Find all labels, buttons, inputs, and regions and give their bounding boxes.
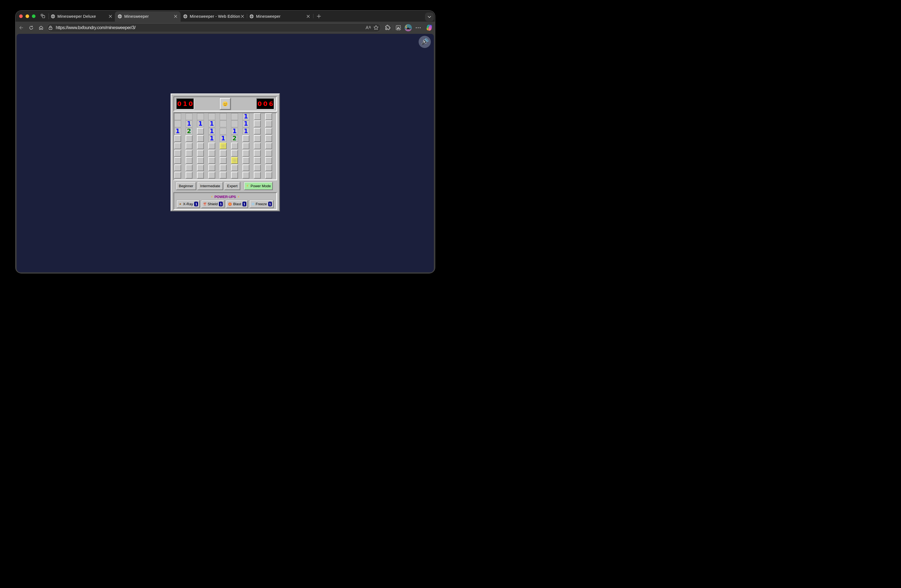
- board-cell-r2c7[interactable]: [254, 128, 261, 135]
- board-cell-r5c3[interactable]: [208, 150, 215, 157]
- board-cell-r3c0[interactable]: [174, 135, 181, 142]
- tab-stacks-icon[interactable]: [41, 14, 45, 19]
- board-cell-r1c5[interactable]: [231, 120, 238, 127]
- home-button[interactable]: [39, 25, 44, 30]
- board-cell-r4c0[interactable]: [174, 143, 181, 150]
- board-cell-r0c7[interactable]: [254, 113, 261, 120]
- board-cell-r1c4[interactable]: [220, 120, 227, 127]
- board-cell-r0c3[interactable]: [208, 113, 215, 120]
- board-cell-r8c2[interactable]: [197, 172, 204, 179]
- board-cell-r7c3[interactable]: [208, 164, 215, 172]
- board-cell-r4c7[interactable]: [254, 143, 261, 150]
- board-cell-r2c8[interactable]: [265, 128, 273, 135]
- board-cell-r2c4[interactable]: [220, 128, 227, 135]
- power-mode-button[interactable]: ⚡ Power Mode: [244, 182, 273, 190]
- board-cell-r1c2[interactable]: 1: [197, 120, 204, 127]
- board-cell-r3c3[interactable]: 1: [208, 135, 215, 142]
- read-aloud-icon[interactable]: [365, 24, 371, 31]
- board-cell-r7c4[interactable]: [220, 164, 227, 172]
- intermediate-button[interactable]: Intermediate: [198, 182, 223, 190]
- board-cell-r8c1[interactable]: [186, 172, 193, 179]
- board-cell-r7c5[interactable]: [231, 164, 238, 172]
- tab-minesweeper-deluxe[interactable]: Minesweeper Deluxe: [49, 11, 114, 22]
- board-cell-r8c6[interactable]: [242, 172, 249, 179]
- board-cell-r4c4[interactable]: [220, 143, 227, 150]
- back-button[interactable]: [19, 25, 23, 30]
- board-cell-r4c8[interactable]: [265, 143, 273, 150]
- board-cell-r4c6[interactable]: [242, 143, 249, 150]
- board-cell-r2c0[interactable]: 1: [174, 128, 181, 135]
- expert-button[interactable]: Expert: [224, 182, 240, 190]
- board-cell-r5c2[interactable]: [197, 150, 204, 157]
- board-cell-r3c6[interactable]: [242, 135, 249, 142]
- board-cell-r7c8[interactable]: [265, 164, 273, 172]
- tab-minesweeper-active[interactable]: Minesweeper: [115, 11, 181, 22]
- board-cell-r1c1[interactable]: 1: [186, 120, 193, 127]
- traffic-light-close[interactable]: [19, 14, 23, 18]
- board-cell-r5c4[interactable]: [220, 150, 227, 157]
- board-cell-r7c6[interactable]: [242, 164, 249, 172]
- board-cell-r4c2[interactable]: [197, 143, 204, 150]
- blast-button[interactable]: Blast 1: [226, 200, 248, 208]
- board-cell-r6c8[interactable]: [265, 157, 273, 164]
- profile-avatar[interactable]: [404, 24, 412, 31]
- board-cell-r4c3[interactable]: [208, 143, 215, 150]
- board-cell-r8c3[interactable]: [208, 172, 215, 179]
- board-cell-r6c1[interactable]: [186, 157, 193, 164]
- board-cell-r7c2[interactable]: [197, 164, 204, 172]
- board-cell-r8c8[interactable]: [265, 172, 273, 179]
- board-cell-r1c8[interactable]: [265, 120, 273, 127]
- board-cell-r0c6[interactable]: 1: [242, 113, 249, 120]
- freeze-button[interactable]: ❄ Freeze 1: [249, 200, 274, 208]
- board-cell-r6c6[interactable]: [242, 157, 249, 164]
- board-cell-r3c7[interactable]: [254, 135, 261, 142]
- board-cell-r2c6[interactable]: 1: [242, 128, 249, 135]
- board-cell-r5c5[interactable]: [231, 150, 238, 157]
- refresh-button[interactable]: [29, 25, 34, 30]
- beginner-button[interactable]: Beginner: [176, 182, 196, 190]
- board-cell-r5c6[interactable]: [242, 150, 249, 157]
- board-cell-r6c4[interactable]: [220, 157, 227, 164]
- board-cell-r0c0[interactable]: [174, 113, 181, 120]
- board-cell-r0c8[interactable]: [265, 113, 273, 120]
- board-cell-r0c4[interactable]: [220, 113, 227, 120]
- board-cell-r1c7[interactable]: [254, 120, 261, 127]
- copilot-icon[interactable]: [426, 24, 433, 31]
- board-cell-r5c0[interactable]: [174, 150, 181, 157]
- board-cell-r8c0[interactable]: [174, 172, 181, 179]
- board-cell-r3c8[interactable]: [265, 135, 273, 142]
- board-cell-r0c2[interactable]: [197, 113, 204, 120]
- board-cell-r7c1[interactable]: [186, 164, 193, 172]
- tab-close-icon[interactable]: [307, 15, 310, 18]
- board-cell-r6c0[interactable]: [174, 157, 181, 164]
- web-capture-icon[interactable]: [395, 24, 402, 31]
- board-cell-r2c2[interactable]: [197, 128, 204, 135]
- xray-button[interactable]: X-Ray 1: [177, 200, 200, 208]
- tab-close-icon[interactable]: [241, 15, 244, 18]
- extensions-icon[interactable]: [384, 24, 391, 31]
- board-cell-r3c1[interactable]: [186, 135, 193, 142]
- traffic-light-zoom[interactable]: [32, 14, 36, 18]
- board-cell-r6c7[interactable]: [254, 157, 261, 164]
- board-cell-r6c3[interactable]: [208, 157, 215, 164]
- board-cell-r3c5[interactable]: 2: [231, 135, 238, 142]
- address-bar[interactable]: https://www.bxfoundry.com/minesweeper/3/: [47, 23, 381, 32]
- board-cell-r2c3[interactable]: 1: [208, 128, 215, 135]
- board-cell-r4c5[interactable]: [231, 143, 238, 150]
- board-cell-r1c0[interactable]: [174, 120, 181, 127]
- board-cell-r1c6[interactable]: 1: [242, 120, 249, 127]
- board-cell-r5c7[interactable]: [254, 150, 261, 157]
- tab-close-icon[interactable]: [109, 15, 112, 18]
- tab-close-icon[interactable]: [174, 15, 177, 18]
- board-cell-r8c7[interactable]: [254, 172, 261, 179]
- board-cell-r6c2[interactable]: [197, 157, 204, 164]
- favorite-star-icon[interactable]: [373, 24, 379, 31]
- board-cell-r1c3[interactable]: 1: [208, 120, 215, 127]
- board-cell-r0c5[interactable]: [231, 113, 238, 120]
- board-cell-r2c1[interactable]: 2: [186, 128, 193, 135]
- traffic-light-minimize[interactable]: [25, 14, 29, 18]
- board-cell-r5c8[interactable]: [265, 150, 273, 157]
- window-chevron-button[interactable]: [425, 12, 434, 21]
- board-cell-r7c0[interactable]: [174, 164, 181, 172]
- board-cell-r2c5[interactable]: 1: [231, 128, 238, 135]
